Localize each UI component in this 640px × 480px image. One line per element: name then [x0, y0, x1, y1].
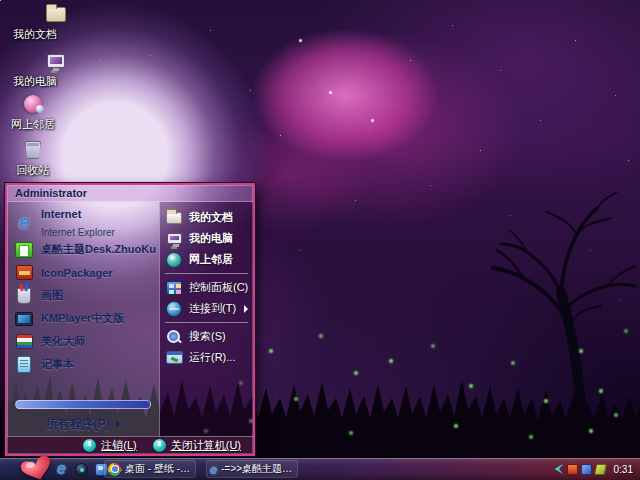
menu-item-label: Internet [41, 208, 81, 220]
menu-item-label: 我的电脑 [189, 231, 233, 246]
app-red-icon[interactable] [567, 464, 578, 475]
media-player-icon [13, 309, 35, 329]
run-icon [165, 350, 183, 366]
desktop-screen: 我的文档 我的电脑 网上邻居 回收站 Administrator e Inter… [0, 0, 640, 480]
desktop-icon-recycle-bin[interactable]: 回收站 [0, 138, 66, 178]
turn-off-icon [153, 439, 166, 452]
log-off-button[interactable]: 注销(L) [83, 438, 136, 453]
menu-item-label: KMPlayer中文版 [41, 311, 124, 326]
all-programs-button[interactable]: 所有程序(P) [10, 412, 156, 436]
menu-item-label: 我的文档 [189, 210, 233, 225]
start-menu-footer: 注销(L) 关闭计算机(U) [7, 436, 253, 454]
network-icon [165, 252, 183, 268]
start-menu-right-column: 我的文档 我的电脑 网上邻居 控制面板(C) 连接到(T) [159, 202, 253, 436]
blinds-icon [13, 332, 35, 352]
menu-item-label: 记事本 [41, 357, 74, 372]
task-button-wallpaper-page[interactable]: 桌面 - 壁纸 - 桌酷... [104, 460, 196, 478]
zhuoku-icon [13, 240, 35, 260]
all-programs-arrow-icon [116, 420, 121, 428]
menu-item-label: 控制面板(C) [189, 280, 248, 295]
all-programs-label: 所有程序(P) [46, 416, 110, 433]
ie-icon: e [13, 212, 35, 232]
input-indicator-icon[interactable] [553, 464, 564, 475]
desktop-icon-label: 回收站 [17, 163, 50, 178]
log-off-icon [83, 439, 96, 452]
computer-icon [165, 231, 183, 247]
menu-item-search[interactable]: 搜索(S) [163, 326, 250, 347]
browser-icon [108, 463, 121, 476]
menu-item-label: 搜索(S) [189, 329, 226, 344]
desktop-icon-my-documents[interactable]: 我的文档 [2, 2, 68, 42]
menu-item-media-player[interactable]: KMPlayer中文版 [10, 307, 156, 330]
turn-off-computer-button[interactable]: 关闭计算机(U) [153, 438, 241, 453]
system-tray: 0:31 [546, 458, 640, 480]
menu-item-label: 网上邻居 [189, 252, 233, 267]
desktop-icon-label: 我的电脑 [13, 74, 57, 89]
menu-item-label: 画图 [41, 288, 63, 303]
turn-off-label: 关闭计算机(U) [171, 438, 241, 453]
menu-item-run[interactable]: 运行(R)... [163, 347, 250, 368]
menu-item-network-places[interactable]: 网上邻居 [163, 249, 250, 270]
start-menu-left-column: e Internet Internet Explorer 桌酷主题Desk.Zh… [7, 202, 159, 436]
media-icon[interactable] [74, 462, 89, 477]
recycle-bin-icon [20, 138, 46, 162]
iconpackager-icon [13, 263, 35, 283]
menu-item-my-computer[interactable]: 我的电脑 [163, 228, 250, 249]
menu-divider [165, 273, 248, 274]
connect-icon [165, 301, 183, 317]
menu-item-zhuoku-theme[interactable]: 桌酷主题Desk.ZhuoKu.Com [10, 238, 156, 261]
menu-item-label: 连接到(T) [189, 301, 236, 316]
network-tray-icon[interactable] [581, 464, 592, 475]
desktop-icon-network-places[interactable]: 网上邻居 [0, 92, 66, 132]
log-off-label: 注销(L) [101, 438, 136, 453]
menu-divider-bar [15, 400, 151, 409]
clock[interactable]: 0:31 [614, 464, 633, 475]
desktop-icon-my-computer[interactable]: 我的电脑 [2, 49, 68, 89]
menu-item-label: 桌酷主题Desk.ZhuoKu.Com [41, 242, 156, 257]
menu-divider [165, 322, 248, 323]
task-button-zhuoku-theme[interactable]: e -=>>桌酷主题 - Mi... [206, 460, 298, 478]
menu-item-label: 美化大师 [41, 334, 85, 349]
task-button-label: 桌面 - 壁纸 - 桌酷... [125, 462, 192, 476]
menu-item-paint[interactable]: 画图 [10, 284, 156, 307]
folder-icon [165, 210, 183, 226]
menu-item-sublabel: Internet Explorer [41, 227, 115, 238]
menu-item-iconpackager[interactable]: IconPackager [10, 261, 156, 284]
documents-folder-icon [43, 2, 69, 26]
notepad-icon [13, 355, 35, 375]
menu-item-label: IconPackager [41, 267, 113, 279]
ie-icon: e [210, 463, 217, 476]
pen-input-icon[interactable] [593, 464, 606, 475]
logged-in-user: Administrator [15, 187, 87, 199]
network-places-icon [20, 92, 46, 116]
menu-item-control-panel[interactable]: 控制面板(C) [163, 277, 250, 298]
menu-item-label: 运行(R)... [189, 350, 235, 365]
taskbar: e » 桌面 - 壁纸 - 桌酷... e -=>>桌酷主题 - Mi... 0… [0, 458, 640, 480]
menu-item-connect-to[interactable]: 连接到(T) [163, 298, 250, 319]
menu-item-notepad[interactable]: 记事本 [10, 353, 156, 376]
task-button-label: -=>>桌酷主题 - Mi... [221, 462, 294, 476]
control-panel-icon [165, 280, 183, 296]
desktop-icon-label: 网上邻居 [11, 117, 55, 132]
submenu-arrow-icon [244, 305, 248, 313]
my-computer-icon [43, 49, 69, 73]
search-icon [165, 329, 183, 345]
menu-item-beautify[interactable]: 美化大师 [10, 330, 156, 353]
paint-icon [13, 286, 35, 306]
start-menu-header: Administrator [7, 185, 253, 202]
menu-item-internet[interactable]: e Internet Internet Explorer [10, 206, 156, 238]
start-menu: Administrator e Internet Internet Explor… [5, 183, 255, 456]
menu-item-my-documents[interactable]: 我的文档 [163, 207, 250, 228]
ie-icon[interactable]: e [54, 462, 69, 477]
desktop-icon-label: 我的文档 [13, 27, 57, 42]
